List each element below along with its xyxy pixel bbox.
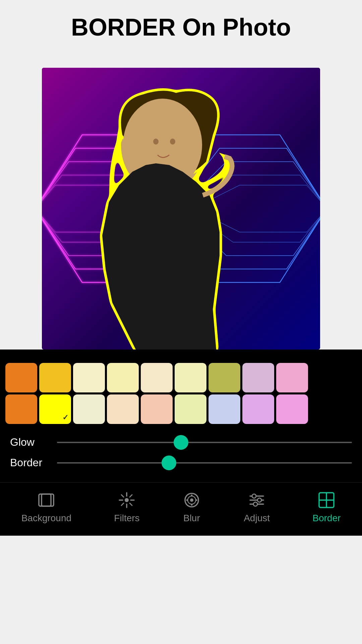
color-row-top — [5, 363, 357, 392]
color-swatch[interactable] — [242, 363, 274, 392]
border-grid-icon — [317, 491, 336, 509]
glow-label: Glow — [10, 436, 57, 448]
svg-rect-5 — [42, 494, 54, 506]
color-swatch[interactable] — [175, 394, 206, 424]
blur-icon — [182, 491, 201, 509]
color-swatch[interactable] — [39, 363, 71, 392]
svg-line-11 — [121, 495, 124, 497]
color-row-bottom — [5, 394, 357, 424]
bottom-nav: Background Filters — [0, 482, 362, 536]
color-swatch[interactable] — [5, 394, 37, 424]
color-swatch[interactable] — [73, 394, 105, 424]
border-label: Border — [10, 457, 57, 469]
border-slider-row: Border — [10, 457, 352, 469]
color-swatch[interactable] — [276, 363, 308, 392]
color-swatch[interactable] — [107, 394, 139, 424]
nav-item-background[interactable]: Background — [21, 491, 71, 524]
color-swatch[interactable] — [208, 363, 240, 392]
svg-point-20 — [191, 495, 192, 496]
color-swatch[interactable] — [276, 394, 308, 424]
nav-item-blur[interactable]: Blur — [182, 491, 201, 524]
svg-point-3 — [170, 139, 175, 145]
svg-point-21 — [191, 504, 192, 506]
page-title: BORDER On Photo — [0, 0, 362, 48]
border-slider-thumb[interactable] — [162, 455, 176, 470]
border-slider-track[interactable] — [57, 462, 352, 464]
glow-slider-row: Glow — [10, 436, 352, 448]
svg-point-17 — [190, 498, 193, 502]
svg-point-2 — [153, 139, 159, 145]
nav-item-border[interactable]: Border — [312, 491, 341, 524]
color-swatch[interactable] — [73, 363, 105, 392]
adjust-icon — [247, 491, 266, 509]
svg-rect-4 — [39, 494, 51, 506]
svg-line-14 — [121, 503, 124, 505]
color-swatch[interactable] — [242, 394, 274, 424]
nav-label-border: Border — [312, 513, 341, 524]
bottom-panel: Glow Border — [0, 350, 362, 482]
svg-point-27 — [253, 502, 257, 506]
photo-frame[interactable] — [42, 68, 320, 350]
nav-label-adjust: Adjust — [244, 513, 270, 524]
layers-icon — [37, 491, 56, 509]
svg-line-12 — [130, 503, 132, 505]
glow-slider-thumb[interactable] — [174, 435, 188, 450]
color-swatch[interactable] — [39, 394, 71, 424]
nav-item-adjust[interactable]: Adjust — [244, 491, 270, 524]
color-swatch[interactable] — [208, 394, 240, 424]
color-swatch[interactable] — [107, 363, 139, 392]
nav-label-background: Background — [21, 513, 71, 524]
svg-point-26 — [257, 498, 261, 502]
sparkle-icon — [117, 491, 136, 509]
color-swatch[interactable] — [141, 363, 173, 392]
svg-point-6 — [125, 498, 129, 502]
svg-line-13 — [130, 495, 132, 497]
nav-label-blur: Blur — [183, 513, 200, 524]
color-grid — [0, 356, 362, 431]
glow-slider-track[interactable] — [57, 442, 352, 443]
sliders-section: Glow Border — [0, 431, 362, 482]
image-container — [42, 68, 320, 350]
nav-item-filters[interactable]: Filters — [114, 491, 139, 524]
color-swatch[interactable] — [175, 363, 206, 392]
color-swatch[interactable] — [5, 363, 37, 392]
nav-label-filters: Filters — [114, 513, 139, 524]
svg-point-18 — [186, 499, 188, 501]
svg-point-25 — [252, 494, 256, 498]
person-with-glow — [42, 68, 320, 350]
svg-point-19 — [195, 499, 197, 501]
color-swatch[interactable] — [141, 394, 173, 424]
